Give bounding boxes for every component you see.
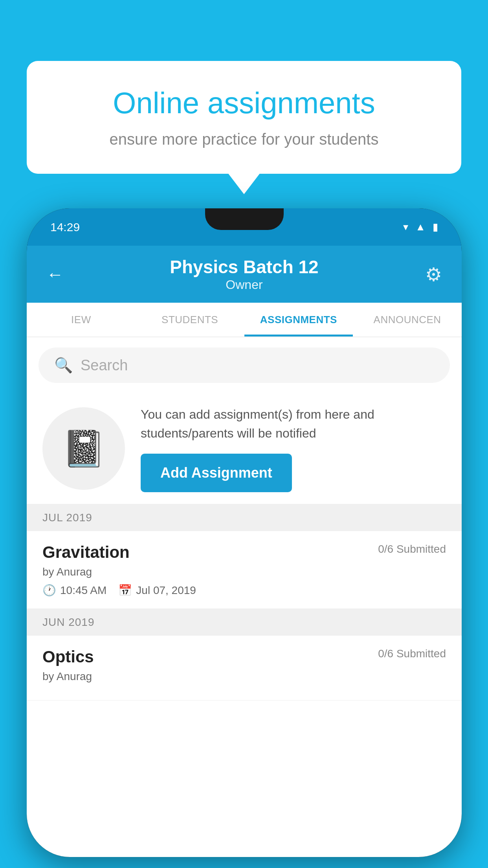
speech-bubble: Online assignments ensure more practice … xyxy=(27,61,461,174)
search-placeholder: Search xyxy=(81,357,128,374)
bubble-title: Online assignments xyxy=(58,86,430,120)
assignment-icon-circle: 📓 xyxy=(42,407,125,490)
assignment-item-gravitation[interactable]: Gravitation 0/6 Submitted by Anurag 🕐 10… xyxy=(27,531,462,609)
tab-announcements[interactable]: ANNOUNCEN xyxy=(353,303,462,337)
tab-students[interactable]: STUDENTS xyxy=(136,303,244,337)
section-header-jul: JUL 2019 xyxy=(27,504,462,531)
notebook-icon: 📓 xyxy=(62,428,106,469)
meta-date: 📅 Jul 07, 2019 xyxy=(118,584,196,597)
phone-notch xyxy=(205,208,284,230)
search-icon: 🔍 xyxy=(54,357,73,374)
clock-icon: 🕐 xyxy=(42,584,56,597)
app-header: ← Physics Batch 12 Owner ⚙ xyxy=(27,246,462,303)
tab-assignments[interactable]: ASSIGNMENTS xyxy=(244,303,353,337)
assignment-submitted: 0/6 Submitted xyxy=(378,543,446,555)
meta-time: 🕐 10:45 AM xyxy=(42,584,106,597)
header-subtitle: Owner xyxy=(170,278,318,292)
search-bar[interactable]: 🔍 Search xyxy=(39,348,450,383)
header-center: Physics Batch 12 Owner xyxy=(170,256,318,292)
assignment-by: by Anurag xyxy=(42,566,446,578)
add-assignment-button[interactable]: Add Assignment xyxy=(141,454,292,492)
add-assignment-section: 📓 You can add assignment(s) from here an… xyxy=(27,393,462,504)
wifi-icon: ▾ xyxy=(403,221,408,233)
calendar-icon: 📅 xyxy=(118,584,132,597)
signal-icon: ▲ xyxy=(415,221,426,233)
add-assignment-description: You can add assignment(s) from here and … xyxy=(141,405,446,443)
assignment-submitted-optics: 0/6 Submitted xyxy=(378,647,446,660)
assignment-name: Gravitation xyxy=(42,543,130,562)
bubble-subtitle: ensure more practice for your students xyxy=(58,131,430,148)
speech-bubble-wrapper: Online assignments ensure more practice … xyxy=(27,61,461,174)
assignment-time: 10:45 AM xyxy=(60,584,106,597)
phone-screen: 🔍 Search 📓 You can add assignment(s) fro… xyxy=(27,337,462,857)
status-time: 14:29 xyxy=(50,221,80,234)
assignment-meta: 🕐 10:45 AM 📅 Jul 07, 2019 xyxy=(42,584,446,597)
assignment-item-optics[interactable]: Optics 0/6 Submitted by Anurag xyxy=(27,636,462,701)
section-header-jun: JUN 2019 xyxy=(27,609,462,636)
assignment-name-optics: Optics xyxy=(42,647,94,666)
assignment-by-optics: by Anurag xyxy=(42,670,446,683)
battery-icon: ▮ xyxy=(433,221,438,233)
header-title: Physics Batch 12 xyxy=(170,256,318,278)
assignment-item-top-optics: Optics 0/6 Submitted xyxy=(42,647,446,666)
status-bar: 14:29 ▾ ▲ ▮ xyxy=(27,208,462,246)
back-button[interactable]: ← xyxy=(46,265,64,284)
tab-iew[interactable]: IEW xyxy=(27,303,136,337)
assignment-date: Jul 07, 2019 xyxy=(136,584,196,597)
assignment-item-top: Gravitation 0/6 Submitted xyxy=(42,543,446,562)
add-assignment-right: You can add assignment(s) from here and … xyxy=(141,405,446,492)
phone-frame: 14:29 ▾ ▲ ▮ ← Physics Batch 12 Owner ⚙ I… xyxy=(27,208,462,857)
gear-icon[interactable]: ⚙ xyxy=(425,263,442,285)
tabs-bar: IEW STUDENTS ASSIGNMENTS ANNOUNCEN xyxy=(27,303,462,337)
status-icons: ▾ ▲ ▮ xyxy=(403,221,438,233)
